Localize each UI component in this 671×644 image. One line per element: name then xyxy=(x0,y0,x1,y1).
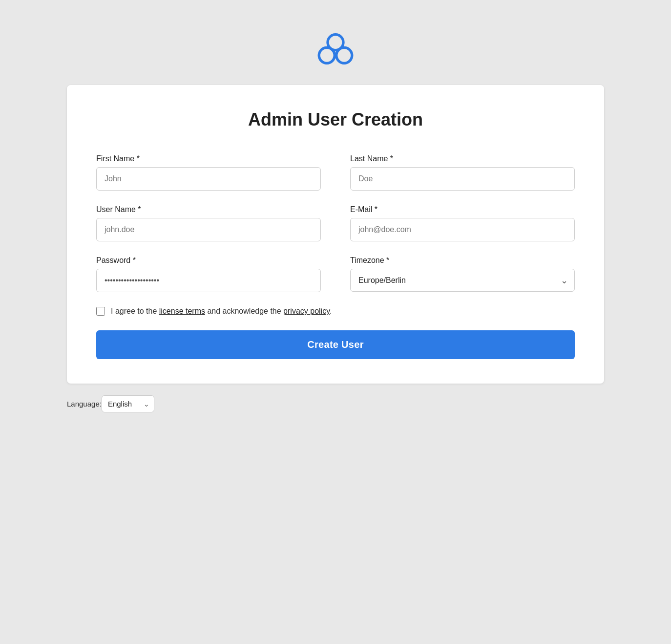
create-user-button[interactable]: Create User xyxy=(96,330,575,359)
timezone-select[interactable]: Europe/Berlin UTC America/New_York Ameri… xyxy=(350,269,575,292)
language-select[interactable]: English Deutsch Français Español 日本語 xyxy=(102,395,154,412)
page-title: Admin User Creation xyxy=(96,109,575,130)
first-name-group: First Name * xyxy=(96,154,321,191)
password-input[interactable] xyxy=(96,269,321,292)
username-input[interactable] xyxy=(96,218,321,241)
email-group: E-Mail * xyxy=(350,205,575,241)
timezone-group: Timezone * Europe/Berlin UTC America/New… xyxy=(350,256,575,292)
form-grid: First Name * Last Name * User Name * E-M… xyxy=(96,154,575,292)
svg-point-5 xyxy=(340,51,349,60)
svg-point-4 xyxy=(322,51,331,60)
license-terms-link[interactable]: license terms xyxy=(159,307,205,315)
svg-point-3 xyxy=(331,38,340,47)
privacy-policy-link[interactable]: privacy policy xyxy=(283,307,330,315)
first-name-label: First Name * xyxy=(96,154,321,163)
password-label: Password * xyxy=(96,256,321,265)
username-group: User Name * xyxy=(96,205,321,241)
first-name-input[interactable] xyxy=(96,167,321,191)
email-input[interactable] xyxy=(350,218,575,241)
last-name-input[interactable] xyxy=(350,167,575,191)
last-name-label: Last Name * xyxy=(350,154,575,163)
bottom-bar: Language: English Deutsch Français Españ… xyxy=(67,395,604,412)
terms-checkbox-row: I agree to the license terms and acknowl… xyxy=(96,307,575,316)
admin-creation-card: Admin User Creation First Name * Last Na… xyxy=(67,85,604,384)
username-label: User Name * xyxy=(96,205,321,214)
language-select-wrapper: English Deutsch Français Español 日本語 ⌄ xyxy=(102,395,154,412)
terms-label[interactable]: I agree to the license terms and acknowl… xyxy=(111,307,332,316)
language-label: Language: xyxy=(67,400,102,408)
cloud-logo-icon xyxy=(314,29,357,68)
agree-terms-checkbox[interactable] xyxy=(96,307,105,316)
logo-container xyxy=(314,29,357,70)
password-group: Password * xyxy=(96,256,321,292)
email-label: E-Mail * xyxy=(350,205,575,214)
timezone-label: Timezone * xyxy=(350,256,575,265)
last-name-group: Last Name * xyxy=(350,154,575,191)
timezone-select-wrapper: Europe/Berlin UTC America/New_York Ameri… xyxy=(350,269,575,292)
